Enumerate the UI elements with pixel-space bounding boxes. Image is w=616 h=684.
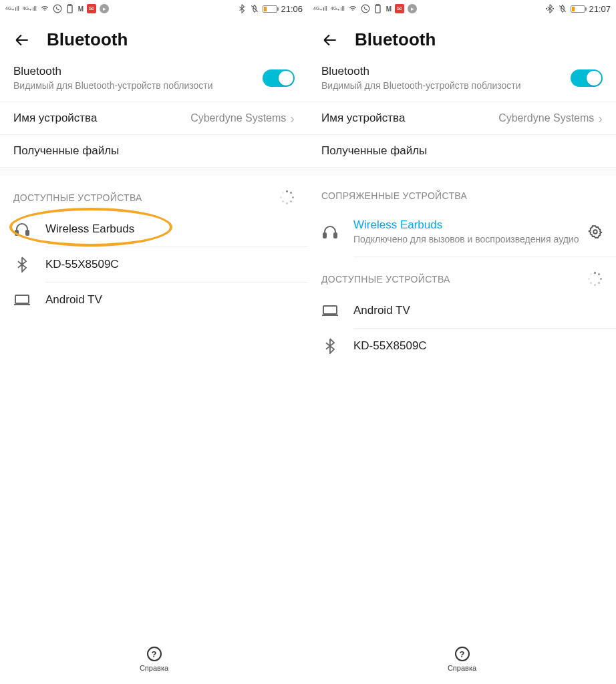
device-name-row[interactable]: Имя устройства Cyberdyne Systems ›	[0, 102, 308, 135]
available-caption: ДОСТУПНЫЕ УСТРОЙСТВА	[13, 192, 142, 203]
mute-icon	[250, 4, 259, 13]
device-row-kd55[interactable]: KD-55X8509C	[45, 247, 308, 283]
signal-2-icon: 4G₊ıll	[331, 6, 345, 12]
section-gap	[308, 168, 616, 176]
paired-caption: СОПРЯЖЕННЫЕ УСТРОЙСТВА	[321, 190, 467, 201]
status-bar: 4G₊ıll 4G₊ıll M ✉ ▸ 21:06	[0, 0, 308, 17]
help-button[interactable]: ? Справка	[140, 647, 168, 672]
svg-point-6	[361, 5, 369, 13]
viber-icon	[53, 4, 62, 13]
section-gap	[0, 168, 308, 176]
svg-rect-2	[69, 4, 71, 5]
bluetooth-connected-status-icon	[545, 4, 555, 13]
device-sub: Подключено для вызовов и воспроизведения…	[353, 233, 588, 246]
device-name: KD-55X8509C	[353, 339, 603, 353]
bluetooth-toggle-row[interactable]: Bluetooth Видимый для Bluetooth-устройст…	[308, 59, 616, 102]
gmail-icon: M	[78, 5, 84, 13]
device-name-value: Cyberdyne Systems	[190, 112, 286, 124]
header: Bluetooth	[308, 17, 616, 59]
svg-rect-14	[323, 306, 337, 314]
svg-point-9	[547, 8, 547, 9]
laptop-icon	[13, 291, 31, 309]
clock: 21:07	[589, 4, 611, 14]
bluetooth-label: Bluetooth	[13, 65, 263, 78]
chevron-right-icon: ›	[290, 112, 295, 125]
back-button[interactable]	[321, 31, 339, 49]
laptop-icon	[321, 302, 339, 319]
available-caption: ДОСТУПНЫЕ УСТРОЙСТВА	[321, 274, 450, 285]
bluetooth-toggle[interactable]	[263, 69, 295, 87]
help-label: Справка	[448, 664, 476, 672]
device-name-row[interactable]: Имя устройства Cyberdyne Systems ›	[308, 102, 616, 135]
svg-rect-4	[26, 230, 29, 235]
help-label: Справка	[140, 664, 168, 672]
battery-small-icon	[373, 4, 383, 13]
signal-2-icon: 4G₊ıll	[23, 6, 37, 12]
chevron-right-icon: ›	[598, 112, 603, 125]
device-name: Android TV	[353, 304, 603, 317]
play-icon: ▸	[408, 4, 417, 13]
received-files-label: Полученные файлы	[321, 144, 603, 158]
device-name-label: Имя устройства	[13, 112, 190, 125]
svg-rect-11	[323, 233, 326, 238]
wifi-icon	[348, 4, 357, 13]
bluetooth-toggle[interactable]	[571, 69, 603, 87]
device-settings-button[interactable]	[588, 224, 603, 239]
help-icon: ?	[147, 647, 162, 661]
device-name-label: Имя устройства	[321, 112, 498, 125]
battery-icon	[571, 5, 585, 13]
svg-rect-7	[375, 5, 380, 13]
device-row-kd55[interactable]: KD-55X8509C	[353, 329, 616, 363]
help-icon: ?	[455, 647, 470, 661]
screenshot-left: 4G₊ıll 4G₊ıll M ✉ ▸ 21:06 Bluetooth Blue…	[0, 0, 308, 684]
svg-rect-12	[334, 233, 337, 238]
device-name: Wireless Earbuds	[45, 222, 295, 236]
bluetooth-sub: Видимый для Bluetooth-устройств поблизос…	[321, 79, 571, 92]
bluetooth-icon	[321, 337, 339, 355]
bottom-bar: ? Справка	[0, 639, 308, 684]
svg-rect-5	[15, 295, 29, 303]
available-devices-header: ДОСТУПНЫЕ УСТРОЙСТВА	[0, 176, 308, 212]
device-name: Wireless Earbuds	[353, 218, 588, 232]
device-name: KD-55X8509C	[45, 258, 295, 271]
battery-small-icon	[65, 4, 75, 13]
svg-point-0	[53, 5, 61, 13]
received-files-row[interactable]: Полученные файлы	[308, 135, 616, 168]
device-row-android-tv[interactable]: Android TV	[353, 293, 616, 329]
scanning-spinner-icon	[588, 272, 603, 287]
svg-rect-8	[377, 4, 379, 5]
clock: 21:06	[281, 4, 303, 14]
device-row-android-tv[interactable]: Android TV	[45, 283, 308, 317]
device-name-value: Cyberdyne Systems	[498, 112, 594, 124]
paired-device-wireless-earbuds[interactable]: Wireless Earbuds Подключено для вызовов …	[353, 208, 616, 257]
screenshot-right: 4G₊ıll 4G₊ıll M ✉ ▸ 21:07 Bluetooth Blue…	[308, 0, 616, 684]
back-button[interactable]	[13, 31, 31, 49]
bluetooth-status-icon	[237, 4, 247, 13]
available-devices-header: ДОСТУПНЫЕ УСТРОЙСТВА	[308, 257, 616, 293]
svg-point-10	[553, 8, 554, 9]
app-badge-icon: ✉	[87, 4, 96, 13]
headphones-icon	[13, 220, 31, 238]
status-bar: 4G₊ıll 4G₊ıll M ✉ ▸ 21:07	[308, 0, 616, 17]
header: Bluetooth	[0, 17, 308, 59]
headphones-icon	[321, 223, 339, 240]
paired-devices-header: СОПРЯЖЕННЫЕ УСТРОЙСТВА	[308, 176, 616, 208]
received-files-label: Полученные файлы	[13, 144, 295, 158]
battery-icon	[263, 5, 277, 13]
signal-1-icon: 4G₊ıll	[313, 6, 327, 12]
app-badge-icon: ✉	[395, 4, 404, 13]
bottom-bar: ? Справка	[308, 639, 616, 684]
device-row-wireless-earbuds[interactable]: Wireless Earbuds	[45, 212, 308, 247]
bluetooth-icon	[13, 256, 31, 273]
bluetooth-toggle-row[interactable]: Bluetooth Видимый для Bluetooth-устройст…	[0, 59, 308, 102]
device-name: Android TV	[45, 293, 295, 307]
received-files-row[interactable]: Полученные файлы	[0, 135, 308, 168]
viber-icon	[361, 4, 370, 13]
mute-icon	[558, 4, 567, 13]
gmail-icon: M	[386, 5, 392, 13]
wifi-icon	[40, 4, 49, 13]
help-button[interactable]: ? Справка	[448, 647, 476, 672]
scanning-spinner-icon	[280, 190, 295, 205]
play-icon: ▸	[100, 4, 109, 13]
page-title: Bluetooth	[355, 29, 436, 50]
